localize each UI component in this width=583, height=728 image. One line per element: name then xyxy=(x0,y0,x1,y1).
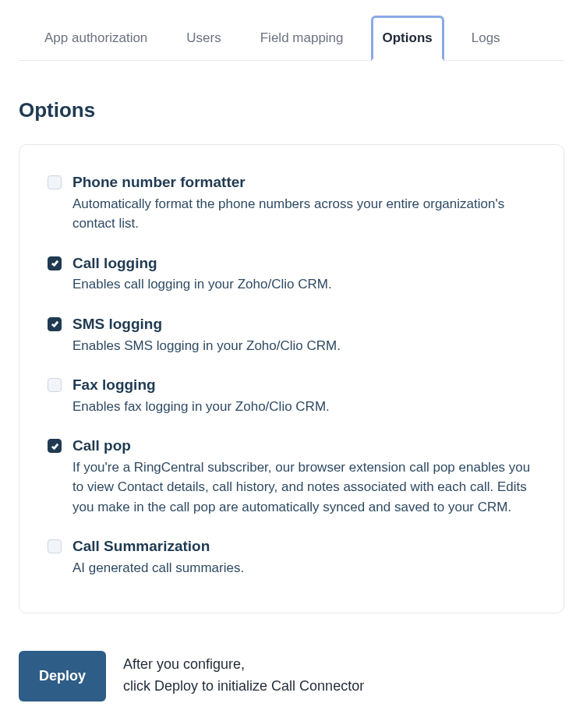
footer-line-2: click Deploy to initialize Call Connecto… xyxy=(123,676,364,698)
tabs-bar: App authorization Users Field mapping Op… xyxy=(19,0,564,61)
tab-field-mapping[interactable]: Field mapping xyxy=(249,16,355,61)
option-desc: AI generated call summaries. xyxy=(72,558,535,578)
option-call-pop: Call pop If you're a RingCentral subscri… xyxy=(48,436,535,517)
tab-app-authorization[interactable]: App authorization xyxy=(33,16,159,61)
tab-users[interactable]: Users xyxy=(175,16,232,61)
tab-logs[interactable]: Logs xyxy=(460,16,512,61)
option-title: Call logging xyxy=(72,254,535,274)
checkbox-phone-number-formatter[interactable] xyxy=(48,175,62,189)
footer-line-1: After you configure, xyxy=(123,654,364,676)
footer-text: After you configure, click Deploy to ini… xyxy=(123,654,364,698)
checkmark-icon xyxy=(51,259,59,267)
option-title: Call Summarization xyxy=(72,537,535,557)
option-call-logging: Call logging Enables call logging in you… xyxy=(48,254,535,295)
option-desc: Enables SMS logging in your Zoho/Clio CR… xyxy=(72,336,535,356)
options-card: Phone number formatter Automatically for… xyxy=(19,144,564,613)
tab-options[interactable]: Options xyxy=(371,16,444,61)
footer: Deploy After you configure, click Deploy… xyxy=(19,651,564,701)
option-desc: If you're a RingCentral subscriber, our … xyxy=(72,458,535,518)
option-desc: Enables call logging in your Zoho/Clio C… xyxy=(72,274,535,295)
checkbox-call-pop[interactable] xyxy=(48,439,62,453)
checkbox-call-summarization[interactable] xyxy=(48,539,62,553)
checkmark-icon xyxy=(51,442,59,451)
option-phone-number-formatter: Phone number formatter Automatically for… xyxy=(48,173,535,234)
option-sms-logging: SMS logging Enables SMS logging in your … xyxy=(48,315,535,355)
option-call-summarization: Call Summarization AI generated call sum… xyxy=(48,537,535,578)
checkbox-call-logging[interactable] xyxy=(48,256,62,270)
option-title: Call pop xyxy=(72,436,535,456)
checkbox-sms-logging[interactable] xyxy=(48,317,62,331)
option-title: SMS logging xyxy=(72,315,535,334)
option-title: Phone number formatter xyxy=(72,173,535,193)
option-fax-logging: Fax logging Enables fax logging in your … xyxy=(48,376,535,416)
checkbox-fax-logging[interactable] xyxy=(48,378,62,392)
option-title: Fax logging xyxy=(72,376,535,395)
checkmark-icon xyxy=(51,320,59,328)
option-desc: Automatically format the phone numbers a… xyxy=(72,194,535,234)
option-desc: Enables fax logging in your Zoho/Clio CR… xyxy=(72,397,535,417)
deploy-button[interactable]: Deploy xyxy=(19,651,106,701)
page-title: Options xyxy=(19,98,564,122)
